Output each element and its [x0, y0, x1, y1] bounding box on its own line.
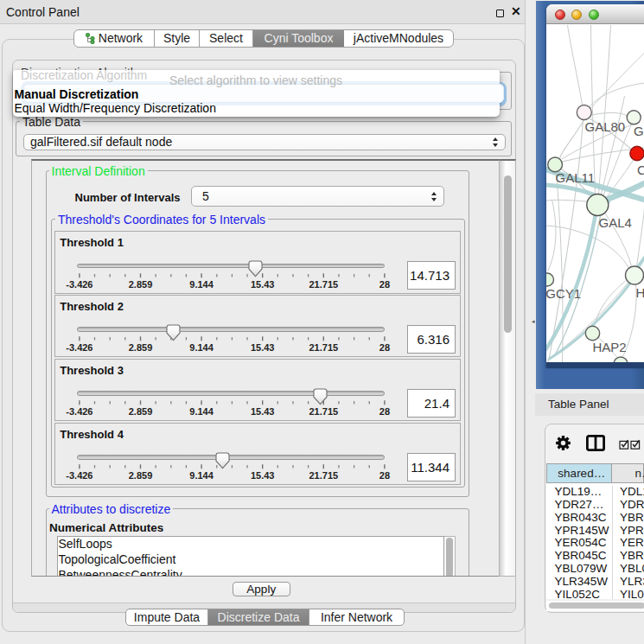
svg-text:28: 28 — [379, 278, 389, 289]
svg-text:-3.426: -3.426 — [66, 342, 92, 353]
svg-text:15.43: 15.43 — [251, 470, 275, 481]
svg-text:GCY1: GCY1 — [546, 286, 581, 301]
svg-text:GAL4: GAL4 — [598, 215, 631, 230]
svg-text:2.859: 2.859 — [128, 470, 152, 481]
svg-text:GA: GA — [634, 124, 644, 138]
svg-text:9.144: 9.144 — [189, 470, 214, 481]
svg-text:15.43: 15.43 — [251, 342, 275, 353]
svg-text:28: 28 — [379, 342, 389, 353]
svg-text:H: H — [635, 285, 644, 300]
svg-text:C: C — [637, 163, 644, 177]
svg-text:21.715: 21.715 — [309, 470, 338, 481]
svg-text:2.859: 2.859 — [128, 342, 152, 353]
svg-text:2.859: 2.859 — [128, 406, 152, 417]
svg-text:HAP2: HAP2 — [592, 340, 626, 354]
svg-text:9.144: 9.144 — [189, 278, 214, 289]
svg-text:21.715: 21.715 — [309, 342, 338, 353]
svg-text:15.43: 15.43 — [251, 406, 275, 417]
svg-text:21.715: 21.715 — [309, 278, 338, 289]
svg-text:-3.426: -3.426 — [66, 470, 92, 481]
svg-text:2.859: 2.859 — [128, 278, 152, 289]
svg-text:GAL11: GAL11 — [555, 170, 595, 185]
svg-text:-3.426: -3.426 — [66, 278, 92, 289]
svg-text:GAL80: GAL80 — [584, 119, 625, 134]
svg-text:9.144: 9.144 — [189, 406, 214, 417]
svg-text:21.715: 21.715 — [309, 406, 338, 417]
svg-text:-3.426: -3.426 — [66, 406, 92, 417]
svg-text:28: 28 — [379, 470, 389, 481]
svg-text:9.144: 9.144 — [189, 342, 214, 353]
svg-text:28: 28 — [379, 406, 389, 417]
svg-text:15.43: 15.43 — [251, 278, 275, 289]
